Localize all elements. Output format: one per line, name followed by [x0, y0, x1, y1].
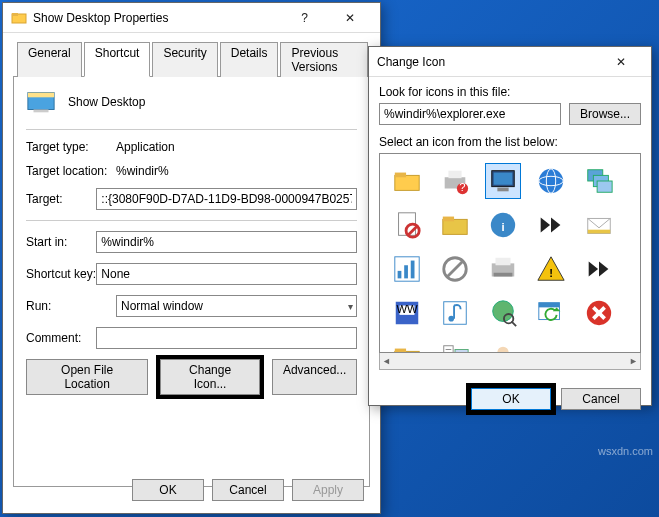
select-icon-label: Select an icon from the list below:	[379, 135, 641, 149]
svg-rect-1	[12, 13, 18, 16]
tabs-row: General Shortcut Security Details Previo…	[13, 41, 370, 77]
globe-icon[interactable]	[534, 164, 568, 198]
info-icon[interactable]: i	[486, 208, 520, 242]
svg-rect-13	[497, 188, 508, 192]
shortcut-key-label: Shortcut key:	[26, 267, 96, 281]
mail-icon[interactable]	[582, 208, 616, 242]
folder-icon[interactable]	[390, 164, 424, 198]
svg-rect-8	[448, 171, 461, 179]
comment-label: Comment:	[26, 331, 96, 345]
ok-button[interactable]: OK	[132, 479, 204, 501]
svg-rect-38	[496, 258, 511, 266]
properties-window: Show Desktop Properties ? ✕ General Shor…	[2, 2, 381, 514]
shortcut-pane: Show Desktop Target type: Application Ta…	[13, 77, 370, 487]
fax-icon[interactable]	[486, 252, 520, 286]
svg-line-36	[448, 262, 463, 277]
properties-title: Show Desktop Properties	[33, 11, 282, 25]
svg-rect-24	[443, 217, 454, 222]
change-icon-window: Change Icon ✕ Look for icons in this fil…	[368, 46, 652, 406]
svg-rect-32	[398, 271, 402, 279]
separator-2	[26, 220, 357, 221]
scroll-left-icon[interactable]: ◄	[382, 356, 391, 366]
scroll-right-icon[interactable]: ►	[629, 356, 638, 366]
change-icon-close-button[interactable]: ✕	[598, 48, 643, 76]
music-note-icon[interactable]	[438, 296, 472, 330]
svg-text:!: !	[549, 267, 553, 279]
tab-previous-versions[interactable]: Previous Versions	[280, 42, 368, 77]
svg-marker-27	[541, 218, 550, 233]
shortcut-key-input[interactable]	[96, 263, 357, 285]
comment-input[interactable]	[96, 327, 357, 349]
svg-text:WW: WW	[396, 303, 418, 315]
horizontal-scrollbar[interactable]: ◄ ►	[379, 353, 641, 370]
run-label: Run:	[26, 299, 116, 313]
svg-rect-30	[588, 230, 611, 234]
warning-icon[interactable]: !	[534, 252, 568, 286]
start-in-label: Start in:	[26, 235, 96, 249]
icon-listbox[interactable]: ?i!WW	[379, 153, 641, 353]
svg-marker-42	[589, 262, 598, 277]
tab-general[interactable]: General	[17, 42, 82, 77]
printer-help-icon[interactable]: ?	[438, 164, 472, 198]
window-refresh-icon[interactable]	[534, 296, 568, 330]
tab-details[interactable]: Details	[220, 42, 279, 77]
monitor-icon[interactable]	[486, 164, 520, 198]
error-icon[interactable]	[582, 296, 616, 330]
watermark-text: wsxdn.com	[598, 445, 653, 457]
start-in-input[interactable]	[96, 231, 357, 253]
windows-cascade-icon[interactable]	[582, 164, 616, 198]
help-button[interactable]: ?	[282, 4, 327, 32]
fast-forward2-icon[interactable]	[582, 252, 616, 286]
target-location-value: %windir%	[116, 164, 357, 178]
disk-label-icon[interactable]: WW	[390, 296, 424, 330]
folder2-icon[interactable]	[390, 340, 424, 353]
look-for-label: Look for icons in this file:	[379, 85, 641, 99]
target-type-value: Application	[116, 140, 357, 154]
change-icon-title: Change Icon	[377, 55, 598, 69]
svg-marker-43	[599, 262, 608, 277]
document-blocked-icon[interactable]	[390, 208, 424, 242]
run-select[interactable]	[116, 295, 357, 317]
svg-rect-4	[34, 110, 49, 113]
header-name: Show Desktop	[68, 95, 145, 109]
svg-rect-23	[443, 219, 467, 234]
fast-forward-icon[interactable]	[534, 208, 568, 242]
chevron-down-icon: ▾	[348, 301, 353, 312]
properties-footer: OK Cancel Apply	[132, 479, 364, 501]
close-button[interactable]: ✕	[327, 4, 372, 32]
svg-rect-19	[597, 181, 612, 192]
show-desktop-icon	[26, 87, 56, 117]
user-icon[interactable]	[486, 340, 520, 353]
target-input[interactable]	[96, 188, 357, 210]
svg-point-14	[539, 169, 563, 193]
separator-1	[26, 129, 357, 130]
svg-text:?: ?	[459, 181, 465, 193]
file-path-input[interactable]	[379, 103, 561, 125]
open-file-location-button[interactable]: Open File Location	[26, 359, 148, 395]
svg-rect-5	[395, 175, 419, 190]
change-icon-ok-button[interactable]: OK	[471, 388, 551, 410]
svg-rect-6	[395, 173, 406, 178]
change-icon-cancel-button[interactable]: Cancel	[561, 388, 641, 410]
apply-button[interactable]: Apply	[292, 479, 364, 501]
change-icon-titlebar: Change Icon ✕	[369, 47, 651, 77]
blocked-icon[interactable]	[438, 252, 472, 286]
target-location-label: Target location:	[26, 164, 116, 178]
svg-rect-55	[539, 303, 560, 308]
tab-shortcut[interactable]: Shortcut	[84, 42, 151, 77]
target-label: Target:	[26, 192, 96, 206]
browse-button[interactable]: Browse...	[569, 103, 641, 125]
list-app-icon[interactable]	[438, 340, 472, 353]
change-icon-content: Look for icons in this file: Browse... S…	[369, 77, 651, 418]
cancel-button[interactable]: Cancel	[212, 479, 284, 501]
tab-security[interactable]: Security	[152, 42, 217, 77]
properties-content: General Shortcut Security Details Previo…	[3, 33, 380, 495]
advanced-button[interactable]: Advanced...	[272, 359, 357, 395]
svg-marker-28	[551, 218, 560, 233]
folder-star-icon[interactable]	[438, 208, 472, 242]
change-icon-button[interactable]: Change Icon...	[160, 359, 260, 395]
svg-rect-3	[28, 93, 54, 98]
chart-icon[interactable]	[390, 252, 424, 286]
properties-titlebar: Show Desktop Properties ? ✕	[3, 3, 380, 33]
globe-search-icon[interactable]	[486, 296, 520, 330]
